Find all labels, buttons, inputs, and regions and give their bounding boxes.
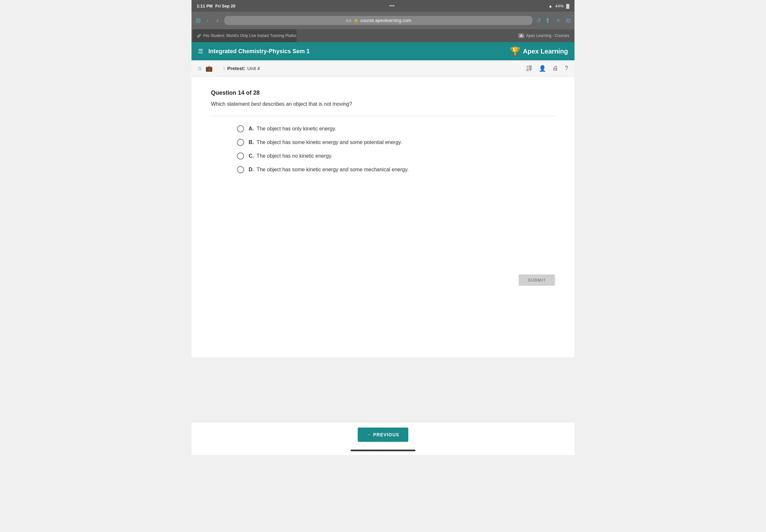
time-display: 1:11 PM	[197, 4, 213, 8]
radio-b[interactable]	[237, 139, 244, 146]
status-dots: •••	[389, 3, 395, 9]
sidebar-toggle-icon[interactable]: ⊞	[195, 17, 201, 24]
breadcrumb: ↑ Pretest: Unit 4	[223, 66, 260, 71]
battery-display: 44%	[555, 4, 564, 8]
url-display[interactable]: course.apexlearning.com	[360, 18, 411, 23]
bottom-navigation: ← PREVIOUS	[191, 422, 575, 447]
apex-tab-favicon: A	[518, 33, 524, 38]
pretest-value: Unit 4	[247, 66, 260, 71]
accessibility-icon[interactable]: 👤	[539, 65, 546, 72]
apex-logo-text: Apex Learning	[523, 48, 568, 55]
wifi-icon: ▲	[549, 4, 553, 8]
answer-choice-a[interactable]: A. The object has only kinetic energy.	[237, 125, 555, 132]
toolbar: ⌂ 💼 ↑ Pretest: Unit 4 譯 👤 🖨 ?	[191, 60, 575, 77]
lock-icon: 🔒	[353, 18, 358, 23]
filo-tab-label: Filo Student: World's Only Live Instant …	[203, 33, 297, 38]
pretest-label: Pretest:	[227, 66, 245, 71]
help-icon[interactable]: ?	[565, 65, 568, 72]
apex-logo: 🏆 Apex Learning	[510, 46, 568, 56]
question-text: Which statement best describes an object…	[211, 100, 555, 108]
course-title: Integrated Chemistry-Physics Sem 1	[208, 48, 310, 55]
apex-logo-icon: 🏆	[510, 46, 520, 56]
font-size-label[interactable]: AA	[346, 18, 352, 23]
status-bar: 1:11 PM Fri Sep 20 ••• ▲ 44% ▓	[191, 0, 575, 12]
answer-choice-c[interactable]: C. The object has no kinetic energy.	[237, 152, 555, 160]
home-indicator	[191, 447, 575, 455]
answer-choices: A. The object has only kinetic energy. B…	[211, 125, 555, 173]
tabs-icon[interactable]: ⧉	[566, 17, 571, 24]
apex-tab-label: Apex Learning - Courses	[526, 33, 569, 38]
filo-tab-favicon: 🔗	[197, 34, 201, 38]
tabs-bar: 🔗 Filo Student: World's Only Live Instan…	[191, 29, 575, 42]
print-icon[interactable]: 🖨	[553, 65, 558, 72]
home-icon[interactable]: ⌂	[198, 65, 201, 72]
back-button[interactable]: ‹	[205, 16, 211, 25]
forward-button[interactable]: ›	[214, 16, 220, 25]
briefcase-icon[interactable]: 💼	[205, 65, 213, 72]
breadcrumb-up-icon[interactable]: ↑	[223, 66, 225, 71]
tab-filo[interactable]: 🔗 Filo Student: World's Only Live Instan…	[193, 29, 297, 42]
content-spacer	[191, 292, 575, 357]
divider	[211, 116, 555, 116]
answer-choice-d[interactable]: D. The object has some kinetic energy an…	[237, 166, 555, 173]
tab-apex[interactable]: A Apex Learning - Courses	[515, 29, 573, 42]
home-bar	[350, 450, 416, 451]
toolbar-actions: 譯 👤 🖨 ?	[527, 65, 568, 72]
radio-c[interactable]	[237, 152, 244, 160]
course-header: ☰ Integrated Chemistry-Physics Sem 1 🏆 A…	[191, 42, 575, 60]
previous-button[interactable]: ← PREVIOUS	[358, 428, 408, 442]
battery-icon: ▓	[566, 4, 569, 8]
translate-icon[interactable]: 譯	[527, 65, 532, 72]
radio-a[interactable]	[237, 125, 244, 132]
radio-d[interactable]	[237, 166, 244, 173]
browser-actions: ⬆ + ⧉	[545, 17, 571, 24]
address-bar[interactable]: AA 🔒 course.apexlearning.com	[224, 16, 532, 25]
hamburger-menu-icon[interactable]: ☰	[198, 48, 203, 55]
date-display: Fri Sep 20	[215, 4, 235, 8]
answer-choice-b[interactable]: B. The object has some kinetic energy an…	[237, 139, 555, 146]
submit-button[interactable]: SUBMIT	[519, 274, 555, 286]
add-tab-icon[interactable]: +	[556, 17, 560, 24]
refresh-icon[interactable]: ↺	[536, 17, 541, 24]
answer-label-c: C. The object has no kinetic energy.	[249, 153, 332, 159]
answer-label-a: A. The object has only kinetic energy.	[249, 126, 336, 132]
share-icon[interactable]: ⬆	[545, 17, 551, 24]
question-number: Question 14 of 28	[211, 90, 555, 96]
submit-area: SUBMIT	[191, 265, 575, 292]
main-content: Question 14 of 28 Which statement best d…	[191, 77, 575, 265]
answer-label-b: B. The object has some kinetic energy an…	[249, 139, 402, 145]
answer-label-d: D. The object has some kinetic energy an…	[249, 167, 409, 173]
browser-chrome: ⊞ ‹ › AA 🔒 course.apexlearning.com ↺ ⬆ +…	[191, 12, 575, 29]
